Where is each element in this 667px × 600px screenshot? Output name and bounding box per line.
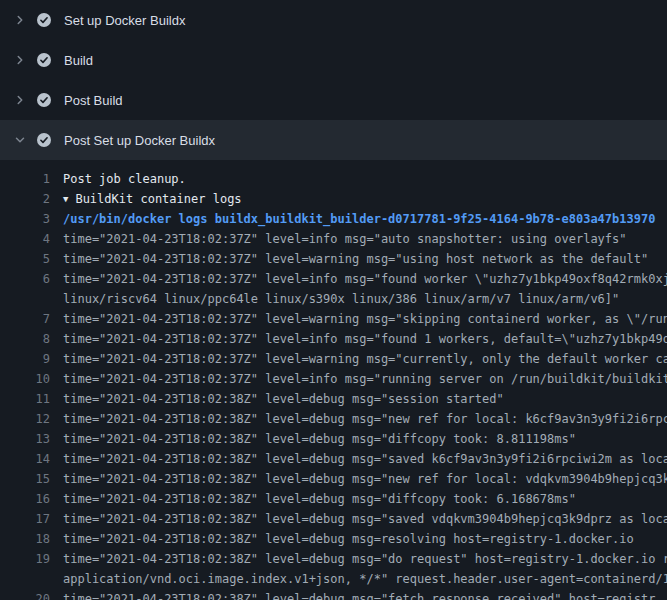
log-text: time="2021-04-23T18:02:37Z" level=warnin… (50, 309, 667, 329)
line-number[interactable]: 3 (0, 209, 50, 229)
log-text: Post job cleanup. (50, 169, 186, 189)
log-text: time="2021-04-23T18:02:37Z" level=warnin… (50, 349, 667, 369)
line-number[interactable]: 1 (0, 169, 50, 189)
line-number (0, 289, 50, 309)
step-label: Build (64, 53, 93, 68)
log-line: 9time="2021-04-23T18:02:37Z" level=warni… (0, 349, 667, 369)
line-number (0, 569, 50, 589)
log-line: 7time="2021-04-23T18:02:37Z" level=warni… (0, 309, 667, 329)
line-number[interactable]: 15 (0, 469, 50, 489)
log-line: linux/riscv64 linux/ppc64le linux/s390x … (0, 289, 667, 309)
step-row-build[interactable]: Build (0, 40, 667, 80)
log-text: time="2021-04-23T18:02:38Z" level=debug … (50, 509, 667, 529)
group-toggle-icon[interactable]: ▼ (63, 194, 68, 204)
line-number[interactable]: 8 (0, 329, 50, 349)
line-number[interactable]: 9 (0, 349, 50, 369)
check-circle-icon (36, 132, 52, 148)
log-line: 10time="2021-04-23T18:02:37Z" level=info… (0, 369, 667, 389)
step-row-post-set-up-docker-buildx[interactable]: Post Set up Docker Buildx (0, 120, 667, 160)
log-text: time="2021-04-23T18:02:38Z" level=debug … (50, 549, 667, 569)
log-line: 19time="2021-04-23T18:02:38Z" level=debu… (0, 549, 667, 569)
log-text: time="2021-04-23T18:02:38Z" level=debug … (50, 489, 576, 509)
log-line: 11time="2021-04-23T18:02:38Z" level=debu… (0, 389, 667, 409)
line-number[interactable]: 17 (0, 509, 50, 529)
log-line: 8time="2021-04-23T18:02:37Z" level=info … (0, 329, 667, 349)
line-number[interactable]: 14 (0, 449, 50, 469)
chevron-right-icon (12, 12, 28, 28)
log-line: 6time="2021-04-23T18:02:37Z" level=info … (0, 269, 667, 289)
line-number[interactable]: 13 (0, 429, 50, 449)
log-line: 16time="2021-04-23T18:02:38Z" level=debu… (0, 489, 667, 509)
log-line: 5time="2021-04-23T18:02:37Z" level=warni… (0, 249, 667, 269)
log-line: 15time="2021-04-23T18:02:38Z" level=debu… (0, 469, 667, 489)
step-row-set-up-docker-buildx[interactable]: Set up Docker Buildx (0, 0, 667, 40)
log-line: 17time="2021-04-23T18:02:38Z" level=debu… (0, 509, 667, 529)
line-number[interactable]: 7 (0, 309, 50, 329)
log-line: 18time="2021-04-23T18:02:38Z" level=debu… (0, 529, 667, 549)
log-line: 2▼BuildKit container logs (0, 189, 667, 209)
log-line: application/vnd.oci.image.index.v1+json,… (0, 569, 667, 589)
log-text: time="2021-04-23T18:02:38Z" level=debug … (50, 469, 667, 489)
check-circle-icon (36, 52, 52, 68)
line-number[interactable]: 11 (0, 389, 50, 409)
steps-list: Set up Docker BuildxBuildPost BuildPost … (0, 0, 667, 160)
line-number[interactable]: 16 (0, 489, 50, 509)
step-row-post-build[interactable]: Post Build (0, 80, 667, 120)
log-text: time="2021-04-23T18:02:37Z" level=info m… (50, 229, 627, 249)
check-circle-icon (36, 92, 52, 108)
log-area: 1Post job cleanup.2▼BuildKit container l… (0, 160, 667, 600)
line-number[interactable]: 18 (0, 529, 50, 549)
log-text: linux/riscv64 linux/ppc64le linux/s390x … (50, 289, 619, 309)
line-number[interactable]: 12 (0, 409, 50, 429)
log-text: time="2021-04-23T18:02:38Z" level=debug … (50, 429, 576, 449)
group-label: BuildKit container logs (75, 192, 241, 206)
chevron-down-icon (12, 132, 28, 148)
log-line: 3/usr/bin/docker logs buildx_buildkit_bu… (0, 209, 667, 229)
log-line: 20time="2021-04-23T18:02:38Z" level=debu… (0, 589, 667, 600)
log-text: time="2021-04-23T18:02:38Z" level=debug … (50, 529, 634, 549)
chevron-right-icon (12, 52, 28, 68)
log-text: time="2021-04-23T18:02:38Z" level=debug … (50, 389, 504, 409)
log-line: 4time="2021-04-23T18:02:37Z" level=info … (0, 229, 667, 249)
log-text: time="2021-04-23T18:02:37Z" level=info m… (50, 269, 667, 289)
log-line: 1Post job cleanup. (0, 169, 667, 189)
step-label: Post Set up Docker Buildx (64, 133, 215, 148)
check-circle-icon (36, 12, 52, 28)
log-command-text: /usr/bin/docker logs buildx_buildkit_bui… (50, 209, 655, 229)
actions-log-viewer: Set up Docker BuildxBuildPost BuildPost … (0, 0, 667, 600)
log-text: time="2021-04-23T18:02:38Z" level=debug … (50, 449, 667, 469)
log-line: 12time="2021-04-23T18:02:38Z" level=debu… (0, 409, 667, 429)
line-number[interactable]: 10 (0, 369, 50, 389)
line-number[interactable]: 5 (0, 249, 50, 269)
line-number[interactable]: 2 (0, 189, 50, 209)
line-number[interactable]: 20 (0, 589, 50, 600)
step-label: Set up Docker Buildx (64, 13, 185, 28)
log-text: application/vnd.oci.image.index.v1+json,… (50, 569, 667, 589)
chevron-right-icon (12, 92, 28, 108)
log-text: time="2021-04-23T18:02:37Z" level=warnin… (50, 249, 648, 269)
log-text: time="2021-04-23T18:02:37Z" level=info m… (50, 329, 667, 349)
line-number[interactable]: 6 (0, 269, 50, 289)
step-label: Post Build (64, 93, 123, 108)
log-line: 13time="2021-04-23T18:02:38Z" level=debu… (0, 429, 667, 449)
log-line: 14time="2021-04-23T18:02:38Z" level=debu… (0, 449, 667, 469)
log-text: time="2021-04-23T18:02:38Z" level=debug … (50, 409, 667, 429)
log-text: time="2021-04-23T18:02:38Z" level=debug … (50, 589, 655, 600)
log-text: time="2021-04-23T18:02:37Z" level=info m… (50, 369, 667, 389)
line-number[interactable]: 4 (0, 229, 50, 249)
line-number[interactable]: 19 (0, 549, 50, 569)
